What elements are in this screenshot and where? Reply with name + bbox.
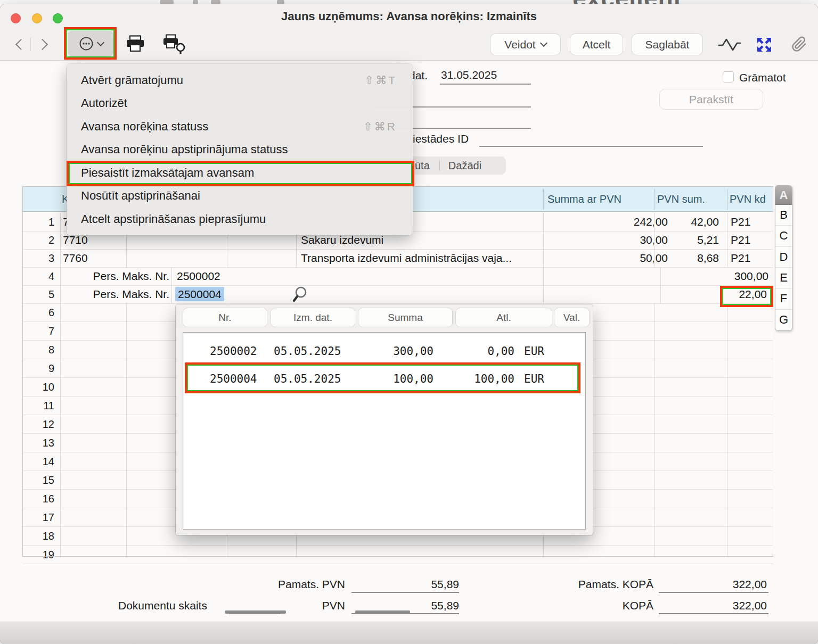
row-number: 11	[22, 397, 54, 415]
popup-column-button-izmdat[interactable]: Izm. dat.	[271, 308, 355, 327]
side-tab-g[interactable]: G	[775, 310, 792, 331]
pvn-kd-cell[interactable]: P21	[731, 213, 750, 231]
menu-item[interactable]: Piesaistīt izmaksātajam avansam	[67, 161, 413, 185]
pvn-sum-cell[interactable]: 42,00	[654, 213, 719, 231]
table-row[interactable]: 5 Pers. Maks. Nr. 2500004 22,00	[22, 285, 773, 304]
side-tab-a[interactable]: A	[775, 186, 792, 205]
more-operations-button[interactable]	[68, 31, 113, 56]
printer-magnifier-icon	[162, 34, 187, 54]
summa-cell[interactable]: 30,00	[543, 231, 668, 249]
saglabat-button[interactable]: Saglabāt	[632, 34, 703, 55]
magnifier-icon[interactable]	[291, 286, 308, 304]
menu-item-label: Piesaistīt izmaksātajam avansam	[81, 166, 254, 180]
tab-divider	[439, 160, 440, 171]
tab-dazadi[interactable]: Dažādi	[448, 160, 481, 172]
pamats-pvn-value: 55,89	[351, 578, 459, 591]
pvn-kd-cell[interactable]: P21	[731, 231, 750, 249]
row-number: 16	[22, 490, 54, 508]
expand-button[interactable]	[754, 35, 774, 54]
date-value[interactable]: 31.05.2025	[441, 69, 497, 81]
row-number: 4	[22, 267, 54, 285]
background-fragment	[160, 0, 174, 4]
side-tab-b[interactable]: B	[775, 205, 792, 226]
column-header-pvn-kd[interactable]: PVN kd	[730, 187, 766, 205]
popup-list-row[interactable]: 250000405.05.2025100,00100,00EUR	[183, 365, 585, 393]
konts-cell[interactable]: 7760	[63, 249, 88, 267]
forward-button[interactable]	[36, 36, 51, 52]
iestades-id-field-underline[interactable]	[479, 146, 703, 147]
row-number: 5	[22, 285, 54, 303]
chevron-right-icon	[36, 38, 47, 49]
apraksts-cell[interactable]: Transporta izdevumi administrācijas vaja…	[301, 249, 512, 267]
menu-item[interactable]: Atcelt apstiprināšanas pieprasījumu	[67, 208, 413, 231]
summa-cell[interactable]: 50,00	[543, 249, 668, 267]
kopa-label: KOPĀ	[522, 599, 653, 612]
print-button[interactable]	[125, 34, 146, 54]
popup-column-button-nr[interactable]: Nr.	[183, 308, 267, 327]
dokumentu-skaits-label: Dokumentu skaits	[118, 599, 217, 612]
scrollbar-thumb[interactable]	[355, 610, 410, 614]
table-row[interactable]: 19	[22, 546, 773, 564]
side-tab-e[interactable]: E	[775, 268, 792, 288]
veidot-button[interactable]: Veidot	[490, 34, 561, 55]
row-number: 8	[22, 341, 54, 359]
menu-item-label: Autorizēt	[81, 96, 127, 110]
menu-item[interactable]: Atvērt grāmatojumu⇧⌘T	[67, 69, 413, 92]
kopa-underline	[659, 613, 768, 614]
pers-maks-label: Pers. Maks. Nr.	[60, 267, 169, 285]
amount-cell[interactable]: 22,00	[654, 285, 767, 303]
pvn-sum-cell[interactable]: 8,68	[654, 249, 719, 267]
parakstit-button[interactable]: Parakstīt	[659, 89, 763, 110]
amount: 300,00	[354, 337, 433, 365]
gramatot-checkbox[interactable]	[723, 71, 734, 82]
scrollbar-thumb[interactable]	[225, 610, 286, 614]
menu-item[interactable]: Avansa norēķina statuss⇧⌘R	[67, 115, 413, 138]
form-tabs: ūta Dažādi	[403, 156, 506, 175]
currency: EUR	[524, 365, 544, 393]
pamats-pvn-label: Pamats. PVN	[213, 578, 345, 591]
pers-maks-value-selected[interactable]: 2500004	[175, 287, 224, 301]
popup-column-button-summa[interactable]: Summa	[358, 308, 453, 327]
side-tab-c[interactable]: C	[775, 226, 792, 246]
column-header-summa-ar-pvn[interactable]: Summa ar PVN	[547, 187, 621, 205]
amount-cell[interactable]: 300,00	[654, 267, 768, 285]
pulse-icon	[717, 36, 742, 53]
pvn-sum-cell[interactable]: 5,21	[654, 231, 719, 249]
menu-item[interactable]: Autorizēt	[67, 92, 413, 115]
side-tab-d[interactable]: D	[775, 247, 792, 268]
ellipsis-circle-icon	[78, 36, 94, 52]
menu-item-shortcut: ⇧⌘T	[365, 74, 397, 87]
side-tab-f[interactable]: F	[775, 288, 792, 309]
gramatot-label: Grāmatot	[739, 71, 786, 84]
date-field-underline[interactable]	[440, 84, 531, 85]
popup-column-button-atl[interactable]: Atl.	[455, 308, 552, 327]
tab-valuta[interactable]: ūta	[415, 160, 430, 172]
attachment-button[interactable]	[790, 34, 809, 54]
atcelt-label: Atcelt	[583, 38, 611, 51]
table-row[interactable]: 3 7760 Transporta izdevumi administrācij…	[22, 249, 773, 268]
window-footer	[0, 622, 818, 644]
popup-column-button-val[interactable]: Val.	[554, 308, 590, 327]
pers-maks-value[interactable]: 2500002	[177, 267, 220, 285]
print-preview-button[interactable]	[161, 34, 188, 54]
pvn-kd-cell[interactable]: P21	[731, 249, 750, 267]
background-fragment	[277, 0, 284, 4]
atcelt-button[interactable]: Atcelt	[570, 34, 623, 55]
header-separator	[654, 189, 655, 210]
popup-list: 250000205.05.2025300,000,00EUR250000405.…	[183, 332, 586, 530]
row-number: 7	[22, 322, 54, 340]
payment-date: 05.05.2025	[274, 365, 354, 393]
iestades-id-label: iestādes ID	[413, 133, 469, 145]
back-button[interactable]	[12, 36, 27, 52]
background-fragment	[193, 0, 198, 4]
menu-item[interactable]: Avansa norēķinu apstiprinājuma statuss	[67, 138, 413, 162]
row-number: 19	[22, 546, 54, 564]
expand-arrows-icon	[755, 36, 773, 54]
printer-icon	[126, 35, 145, 53]
column-header-pvn-sum[interactable]: PVN sum.	[657, 187, 705, 205]
activity-button[interactable]	[717, 35, 742, 53]
table-row[interactable]: 4 Pers. Maks. Nr. 2500002 300,00	[22, 267, 773, 286]
summa-cell[interactable]: 242,00	[543, 213, 668, 231]
menu-item[interactable]: Nosūtīt apstiprināšanai	[67, 185, 413, 208]
popup-list-row[interactable]: 250000205.05.2025300,000,00EUR	[183, 337, 585, 365]
